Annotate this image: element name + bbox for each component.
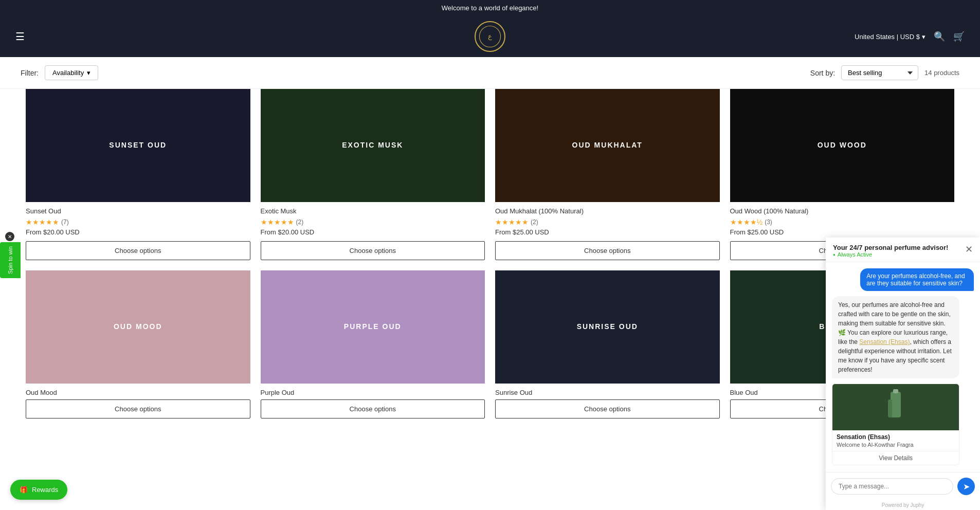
- product-image-text: EXOTIC MUSK: [342, 140, 403, 151]
- product-image: OUD WOOD: [730, 89, 955, 202]
- choose-options-button[interactable]: Choose options: [261, 399, 485, 418]
- product-image: OUD MUKHALAT: [495, 89, 720, 202]
- product-image: EXOTIC MUSK: [261, 89, 485, 202]
- product-name: Sunset Oud: [26, 207, 250, 215]
- review-count: (7): [61, 218, 69, 226]
- chevron-down-icon: ▾: [922, 33, 925, 41]
- product-image: Purple Oud: [261, 270, 485, 384]
- chat-product-subtitle: Welcome to Al-Kowthar Fragra: [832, 442, 959, 449]
- announcement-text: Welcome to a world of elegance!: [442, 4, 538, 12]
- product-price: From $20.00 USD: [26, 228, 250, 236]
- product-image-text: SUNSET OUD: [109, 140, 167, 151]
- product-image-text: OUD WOOD: [818, 140, 867, 151]
- product-rating: ★★★★★ (7): [26, 218, 250, 226]
- choose-options-button[interactable]: Choose options: [26, 241, 250, 260]
- menu-icon[interactable]: ☰: [15, 30, 25, 43]
- cart-icon[interactable]: 🛒: [953, 31, 965, 42]
- filter-bar: Filter: Availability ▾ Sort by: Best sel…: [0, 57, 980, 89]
- product-image-text: Purple Oud: [344, 322, 402, 332]
- availability-filter-button[interactable]: Availability ▾: [45, 65, 98, 80]
- chat-product-link[interactable]: Sensation (Ehsas): [859, 338, 910, 345]
- product-image-text: OUD MUKHALAT: [572, 140, 643, 151]
- choose-options-button[interactable]: Choose options: [495, 399, 720, 418]
- announcement-bar: Welcome to a world of elegance!: [0, 0, 980, 16]
- logo[interactable]: ع: [475, 21, 505, 52]
- product-price: From $25.00 USD: [730, 228, 955, 236]
- product-image: Oud Mood: [26, 270, 250, 384]
- product-rating: ★★★★★ (2): [261, 218, 485, 226]
- chat-user-message: Are your perfumes alcohol-free, and are …: [860, 268, 974, 291]
- product-image-text: Oud Mood: [114, 322, 162, 332]
- sort-label: Sort by:: [810, 69, 835, 77]
- review-count: (2): [531, 218, 538, 226]
- review-count: (3): [765, 218, 772, 226]
- product-price: From $20.00 USD: [261, 228, 485, 236]
- product-count: 14 products: [924, 69, 959, 77]
- chat-panel: Your 24/7 personal perfume advisor! Alwa…: [826, 238, 980, 449]
- star-icons: ★★★★★: [261, 218, 294, 226]
- chat-messages: Are your perfumes alcohol-free, and are …: [826, 262, 980, 449]
- product-name: Sunrise Oud: [495, 389, 720, 396]
- star-icons: ★★★★½: [730, 218, 763, 226]
- chat-close-button[interactable]: ✕: [965, 244, 973, 255]
- product-card[interactable]: OUD MUKHALAT Oud Mukhalat (100% Natural)…: [490, 89, 725, 270]
- chevron-down-icon: ▾: [87, 69, 90, 77]
- product-name: Oud Mood: [26, 389, 250, 396]
- product-card[interactable]: Purple Oud Purple Oud Choose options: [256, 270, 491, 429]
- chat-product-title: Sensation (Ehsas): [832, 430, 959, 442]
- chat-status: Always Active: [833, 251, 948, 258]
- product-card[interactable]: SUNRISE OUD Sunrise Oud Choose options: [490, 270, 725, 429]
- svg-rect-4: [893, 389, 898, 393]
- product-card[interactable]: EXOTIC MUSK Exotic Musk ★★★★★ (2) From $…: [256, 89, 491, 270]
- header: ☰ ع United States | USD $ ▾ 🔍 🛒: [0, 16, 980, 57]
- spin-to-win-widget[interactable]: Spin to win: [0, 242, 21, 278]
- product-price: From $25.00 USD: [495, 228, 720, 236]
- chat-header: Your 24/7 personal perfume advisor! Alwa…: [826, 238, 980, 262]
- header-right: United States | USD $ ▾ 🔍 🛒: [855, 31, 965, 42]
- locale-selector[interactable]: United States | USD $ ▾: [855, 33, 925, 41]
- sort-select[interactable]: Best selling Price: Low to High Price: H…: [841, 65, 918, 80]
- product-card[interactable]: Oud Mood Oud Mood Choose options: [21, 270, 256, 429]
- product-card[interactable]: SUNSET OUD Sunset Oud ★★★★★ (7) From $20…: [21, 89, 256, 270]
- product-image: SUNSET OUD: [26, 89, 250, 202]
- filter-left: Filter: Availability ▾: [21, 65, 98, 80]
- product-image-text: SUNRISE OUD: [577, 322, 638, 332]
- choose-options-button[interactable]: Choose options: [26, 399, 250, 418]
- product-image: SUNRISE OUD: [495, 270, 720, 384]
- choose-options-button[interactable]: Choose options: [495, 241, 720, 260]
- search-icon[interactable]: 🔍: [934, 31, 945, 42]
- filter-right: Sort by: Best selling Price: Low to High…: [810, 65, 959, 80]
- chat-product-card: Sensation (Ehsas) Welcome to Al-Kowthar …: [832, 384, 959, 449]
- product-rating: ★★★★½ (3): [730, 218, 955, 226]
- star-icons: ★★★★★: [495, 218, 529, 226]
- star-icons: ★★★★★: [26, 218, 59, 226]
- product-name: Oud Wood (100% Natural): [730, 207, 955, 215]
- product-name: Oud Mukhalat (100% Natural): [495, 207, 720, 215]
- product-name: Purple Oud: [261, 389, 485, 396]
- product-name: Exotic Musk: [261, 207, 485, 215]
- product-rating: ★★★★★ (2): [495, 218, 720, 226]
- svg-text:ع: ع: [488, 32, 492, 41]
- chat-title: Your 24/7 personal perfume advisor!: [833, 244, 948, 251]
- chat-bot-message: Yes, our perfumes are alcohol-free and c…: [832, 296, 959, 378]
- filter-label: Filter:: [21, 69, 39, 77]
- review-count: (2): [296, 218, 304, 226]
- svg-rect-5: [888, 399, 892, 417]
- spin-close-button[interactable]: ✕: [5, 232, 14, 241]
- choose-options-button[interactable]: Choose options: [261, 241, 485, 260]
- chat-product-image: [832, 384, 959, 430]
